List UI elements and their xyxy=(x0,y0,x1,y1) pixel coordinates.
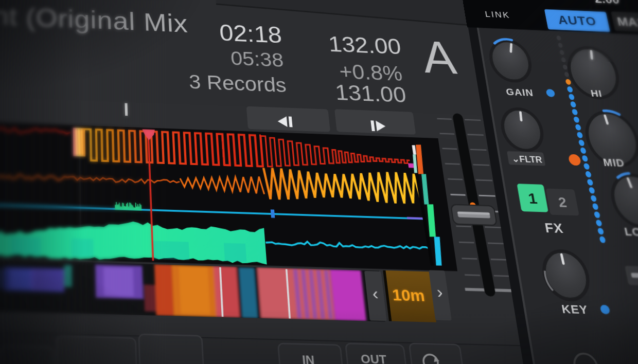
svg-text:LO: LO xyxy=(623,225,638,239)
svg-text:MID: MID xyxy=(602,157,626,169)
svg-text:HI: HI xyxy=(590,88,603,99)
svg-text:KEY: KEY xyxy=(560,302,589,316)
svg-text:IN: IN xyxy=(302,352,315,364)
svg-text:AUTO: AUTO xyxy=(557,13,597,28)
svg-text:FX: FX xyxy=(544,220,565,235)
svg-text:MAS: MAS xyxy=(616,15,638,29)
svg-text:GAIN: GAIN xyxy=(505,86,535,98)
svg-text:⌄FLTR: ⌄FLTR xyxy=(511,154,543,165)
svg-text:LINK: LINK xyxy=(484,9,511,20)
svg-text:OUT: OUT xyxy=(360,352,388,364)
